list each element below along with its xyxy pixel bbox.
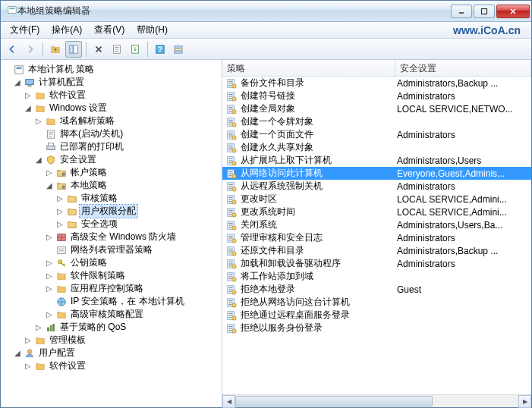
show-tree-button[interactable] xyxy=(65,41,82,58)
svg-point-26 xyxy=(61,185,65,188)
list-row[interactable]: 还原文件和目录Administrators,Backup ... xyxy=(222,244,531,257)
tree-security-settings[interactable]: ◢安全设置 xyxy=(1,153,222,166)
folder-icon xyxy=(34,89,46,102)
list-row[interactable]: 创建一个令牌对象 xyxy=(222,115,531,128)
list-body[interactable]: 备份文件和目录Administrators,Backup ...创建符号链接Ad… xyxy=(222,77,531,394)
list-row[interactable]: 创建全局对象LOCAL SERVICE,NETWO... xyxy=(222,102,531,115)
list-row[interactable]: 关闭系统Administrators,Users,Ba... xyxy=(222,218,531,231)
scroll-thumb[interactable] xyxy=(235,396,433,406)
properties-button[interactable] xyxy=(109,41,125,58)
tree-user-rights[interactable]: ▷用户权限分配 xyxy=(1,205,222,218)
svg-point-50 xyxy=(232,148,236,152)
folder-icon xyxy=(34,360,46,372)
tree-network-list[interactable]: ▷网络列表管理器策略 xyxy=(1,243,222,256)
column-setting[interactable]: 安全设置 xyxy=(395,60,531,76)
scroll-left-button[interactable]: ◀ xyxy=(222,395,235,408)
back-button[interactable] xyxy=(4,41,20,58)
tree-user-config[interactable]: ◢用户配置 xyxy=(1,347,222,359)
svg-rect-20 xyxy=(26,79,34,84)
list-row[interactable]: 管理审核和安全日志Administrators xyxy=(222,231,531,244)
list-row[interactable]: 从扩展坞上取下计算机Administrators,Users xyxy=(222,154,531,167)
list-row[interactable]: 创建永久共享对象 xyxy=(222,141,531,154)
tree-admin-templates[interactable]: ▷管理模板 xyxy=(1,334,222,347)
list-row[interactable]: 更改时区LOCAL SERVICE,Admini... xyxy=(222,193,531,206)
svg-point-48 xyxy=(232,135,236,139)
svg-rect-17 xyxy=(175,51,183,53)
tree-user-software[interactable]: ▷软件设置 xyxy=(1,359,222,372)
policy-setting: Guest xyxy=(397,284,531,295)
menu-view[interactable]: 查看(V) xyxy=(88,22,131,38)
list-row[interactable]: 加载和卸载设备驱动程序Administrators xyxy=(222,257,531,270)
svg-rect-18 xyxy=(15,65,24,74)
list-row[interactable]: 拒绝通过远程桌面服务登录 xyxy=(222,309,531,322)
forward-button[interactable] xyxy=(22,41,39,58)
policy-name: 创建一个页面文件 xyxy=(241,128,397,141)
tree-name-resolution[interactable]: ▷域名解析策略 xyxy=(1,115,222,127)
menu-file[interactable]: 文件(F) xyxy=(4,22,46,38)
list-row[interactable]: 从远程系统强制关机Administrators xyxy=(222,180,531,193)
svg-rect-16 xyxy=(175,49,183,51)
tree-ip-security[interactable]: ▷IP 安全策略，在 本地计算机 xyxy=(1,295,222,308)
list-row[interactable]: 拒绝以服务身份登录 xyxy=(222,322,531,334)
svg-point-46 xyxy=(232,122,236,126)
tree-local-policies[interactable]: ◢本地策略 xyxy=(1,179,222,192)
svg-rect-19 xyxy=(17,67,22,69)
policy-setting: Administrators xyxy=(397,259,531,269)
policy-setting: Administrators xyxy=(397,130,531,140)
policy-name: 从远程系统强制关机 xyxy=(241,180,397,193)
policy-icon xyxy=(225,322,238,334)
folder-gear-icon xyxy=(66,206,78,218)
svg-point-60 xyxy=(232,212,236,216)
svg-point-38 xyxy=(27,349,31,353)
svg-point-44 xyxy=(232,109,236,113)
tree-public-key[interactable]: ▷公钥策略 xyxy=(1,256,222,269)
tree-software-settings[interactable]: ▷软件设置 xyxy=(1,89,222,102)
tree-software-restriction[interactable]: ▷软件限制策略 xyxy=(1,269,222,282)
tree-audit-policy[interactable]: ▷审核策略 xyxy=(1,192,222,205)
policy-name: 更改时区 xyxy=(241,193,397,206)
menu-action[interactable]: 操作(A) xyxy=(46,22,88,38)
tree-advanced-audit[interactable]: ▷高级审核策略配置 xyxy=(1,308,222,321)
tree-windows-settings[interactable]: ◢Windows 设置 xyxy=(1,102,222,115)
toolbar-separator xyxy=(42,42,43,57)
list-row[interactable]: 拒绝本地登录Guest xyxy=(222,283,531,296)
shield-icon xyxy=(45,154,57,166)
maximize-button[interactable] xyxy=(474,5,495,18)
menu-help[interactable]: 帮助(H) xyxy=(131,22,174,38)
list-row[interactable]: 拒绝从网络访问这台计算机 xyxy=(222,296,531,309)
tree-account-policies[interactable]: ▷帐户策略 xyxy=(1,166,222,179)
list-row[interactable]: 从网络访问此计算机Everyone,Guest,Adminis... xyxy=(222,167,531,180)
list-row[interactable]: 更改系统时间LOCAL SERVICE,Admini... xyxy=(222,206,531,218)
tree-scripts[interactable]: ▷脚本(启动/关机) xyxy=(1,127,222,140)
folder-icon xyxy=(55,270,68,282)
list-row[interactable]: 将工作站添加到域 xyxy=(222,270,531,283)
scroll-right-button[interactable]: ▶ xyxy=(518,395,531,408)
tree-pane[interactable]: ▷ 本地计算机 策略 ◢计算机配置 ▷软件设置 ◢Windows 设置 xyxy=(1,60,222,407)
tree-policy-qos[interactable]: ▷基于策略的 QoS xyxy=(1,321,222,334)
globe-icon xyxy=(55,296,68,308)
tree-deployed-printers[interactable]: ▷已部署的打印机 xyxy=(1,140,222,153)
horizontal-scrollbar[interactable]: ◀ ▶ xyxy=(222,394,531,407)
policy-name: 更改系统时间 xyxy=(241,206,397,218)
svg-point-68 xyxy=(232,264,236,268)
up-folder-button[interactable] xyxy=(47,41,64,58)
tree-root[interactable]: ▷ 本地计算机 策略 xyxy=(1,63,222,76)
tree-firewall[interactable]: ▷高级安全 Windows 防火墙 xyxy=(1,231,222,243)
list-row[interactable]: 创建符号链接Administrators xyxy=(222,89,531,102)
help-button[interactable]: ? xyxy=(152,41,168,58)
export-button[interactable] xyxy=(127,41,143,58)
list-row[interactable]: 备份文件和目录Administrators,Backup ... xyxy=(222,77,531,89)
tree-security-options[interactable]: ▷安全选项 xyxy=(1,218,222,231)
column-policy[interactable]: 策略 xyxy=(222,60,395,76)
list-row[interactable]: 创建一个页面文件Administrators xyxy=(222,128,531,141)
svg-rect-23 xyxy=(47,146,55,149)
filter-button[interactable] xyxy=(170,41,187,58)
policy-setting: Administrators xyxy=(397,233,531,243)
minimize-button[interactable] xyxy=(451,5,472,18)
close-button[interactable] xyxy=(496,5,530,18)
tree-computer-config[interactable]: ◢计算机配置 xyxy=(1,76,222,89)
tree-app-control[interactable]: ▷应用程序控制策略 xyxy=(1,282,222,295)
titlebar[interactable]: 本地组策略编辑器 xyxy=(1,1,531,22)
content-area: ▷ 本地计算机 策略 ◢计算机配置 ▷软件设置 ◢Windows 设置 xyxy=(1,60,531,407)
delete-button[interactable] xyxy=(90,41,107,58)
